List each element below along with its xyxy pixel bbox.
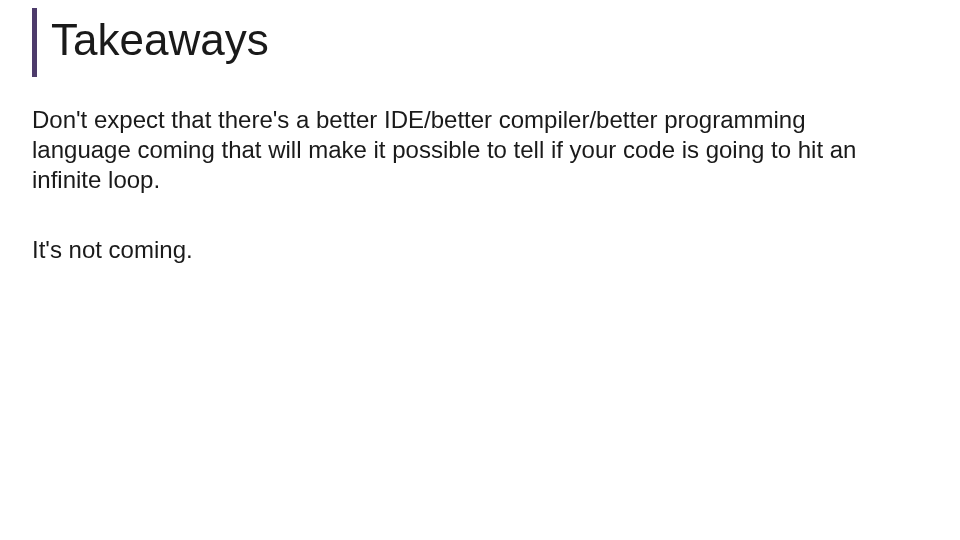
accent-line [32, 8, 37, 77]
paragraph-2: It's not coming. [32, 235, 900, 265]
slide-title: Takeaways [51, 8, 269, 77]
slide-body: Don't expect that there's a better IDE/b… [32, 105, 900, 265]
slide: Takeaways Don't expect that there's a be… [0, 8, 960, 540]
title-bar: Takeaways [32, 8, 960, 77]
paragraph-1: Don't expect that there's a better IDE/b… [32, 105, 900, 195]
